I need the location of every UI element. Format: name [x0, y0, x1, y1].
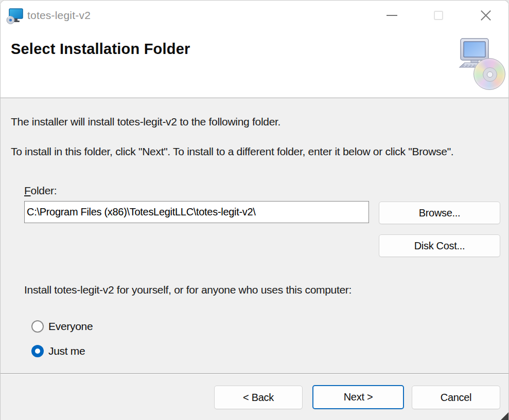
dialog-header: Select Installation Folder	[1, 31, 508, 99]
cd-disc-icon	[473, 58, 505, 90]
header-divider	[1, 98, 508, 99]
radio-everyone[interactable]: Everyone	[31, 320, 93, 333]
radio-just-me[interactable]: Just me	[31, 345, 85, 357]
next-button[interactable]: Next >	[312, 385, 404, 409]
radio-just-me-circle[interactable]	[31, 345, 44, 357]
install-description: The installer will install totes-legit-v…	[11, 116, 280, 128]
window-title: totes-legit-v2	[27, 9, 91, 22]
footer-divider	[1, 373, 508, 374]
close-icon	[480, 10, 492, 21]
disk-cost-button[interactable]: Disk Cost...	[379, 234, 500, 257]
radio-everyone-circle[interactable]	[31, 320, 44, 333]
installer-window: totes-legit-v2 Select Installation Folde…	[0, 0, 509, 420]
minimize-button[interactable]	[375, 1, 408, 30]
folder-label: Folder:	[24, 185, 57, 197]
maximize-button[interactable]	[422, 1, 455, 30]
back-button[interactable]: < Back	[214, 386, 303, 409]
resize-grip[interactable]	[501, 412, 508, 420]
radio-just-me-label: Just me	[48, 345, 85, 357]
radio-everyone-label: Everyone	[48, 320, 93, 333]
titlebar: totes-legit-v2	[1, 1, 508, 31]
cancel-button[interactable]: Cancel	[412, 386, 500, 409]
folder-path-input[interactable]	[24, 201, 369, 223]
browse-button[interactable]: Browse...	[379, 202, 500, 224]
close-button[interactable]	[469, 1, 502, 30]
computer-disc-icon	[457, 38, 505, 92]
app-icon	[6, 7, 24, 25]
maximize-icon	[434, 11, 443, 20]
minimize-icon	[387, 15, 397, 16]
install-instructions: To install in this folder, click "Next".…	[11, 144, 497, 159]
page-title: Select Installation Folder	[11, 41, 190, 58]
install-for-label: Install totes-legit-v2 for yourself, or …	[24, 284, 352, 296]
